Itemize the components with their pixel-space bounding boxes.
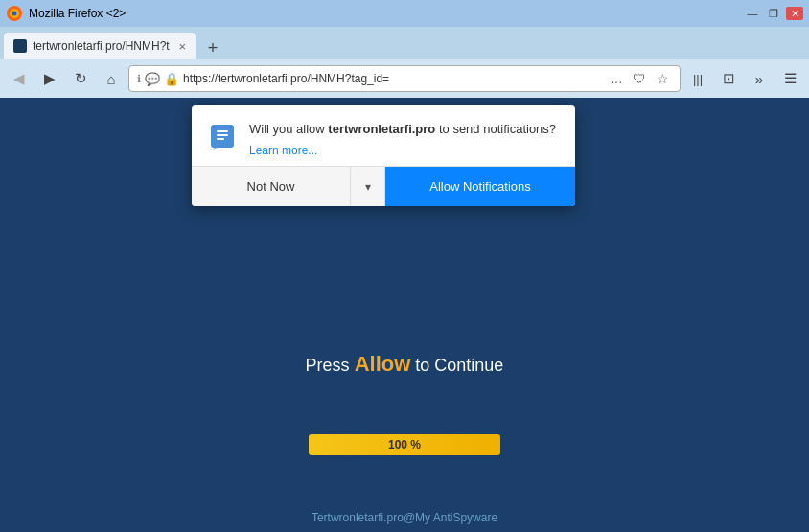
bookmarks-library-button[interactable]: ||| (684, 65, 711, 92)
press-word: Press (306, 356, 350, 375)
reload-button[interactable]: ↻ (67, 65, 94, 92)
more-tools-button[interactable]: » (746, 65, 773, 92)
not-now-button[interactable]: Not Now (192, 167, 351, 206)
close-button[interactable]: ✕ (786, 7, 803, 20)
back-button[interactable]: ◀ (6, 65, 33, 92)
footer-text: Tertwronletarfi.pro@My AntiSpyware (312, 511, 497, 524)
popup-text-area: Will you allow tertwronletarfi.pro to se… (249, 121, 560, 158)
popup-domain: tertwronletarfi.pro (328, 122, 435, 136)
address-bar[interactable]: ℹ 💬 🔒 https://tertwronletarfi.pro/HNMH?t… (128, 65, 681, 92)
continue-word: to Continue (415, 356, 503, 375)
more-button[interactable]: … (607, 69, 626, 88)
svg-rect-5 (217, 134, 228, 136)
bookmark-button[interactable]: ☆ (653, 69, 672, 88)
popup-message: Will you allow tertwronletarfi.pro to se… (249, 121, 560, 138)
popup-msg-prefix: Will you allow (249, 122, 328, 136)
url-text: https://tertwronletarfi.pro/HNMH?tag_id= (183, 72, 607, 85)
title-bar-controls: — ❐ ✕ (744, 7, 803, 20)
restore-button[interactable]: ❐ (765, 7, 782, 20)
title-bar-left: Mozilla Firefox <2> (6, 5, 126, 22)
forward-button[interactable]: ▶ (36, 65, 63, 92)
chat-icon: 💬 (145, 72, 160, 86)
notification-popup: Will you allow tertwronletarfi.pro to se… (192, 105, 575, 206)
content-area: Press Allow to Continue 100 % Tertwronle… (0, 98, 809, 532)
not-now-dropdown-button[interactable]: ▾ (351, 167, 385, 206)
synced-tabs-button[interactable]: ⊡ (715, 65, 742, 92)
progress-bar-container: 100 % (309, 434, 500, 455)
title-bar: Mozilla Firefox <2> — ❐ ✕ (0, 0, 809, 27)
svg-rect-4 (217, 130, 228, 132)
notification-icon (207, 121, 238, 151)
tab-close-button[interactable]: × (178, 39, 186, 54)
title-bar-title: Mozilla Firefox <2> (29, 7, 126, 20)
address-right-icons: … 🛡 ☆ (607, 69, 672, 88)
press-allow-text: Press Allow to Continue (306, 352, 504, 377)
svg-point-2 (12, 12, 17, 16)
browser-tab[interactable]: tertwronletarfi.pro/HNMH?t × (4, 33, 196, 59)
menu-button[interactable]: ☰ (776, 65, 803, 92)
allow-notifications-button[interactable]: Allow Notifications (385, 167, 575, 206)
tab-favicon (13, 39, 27, 53)
svg-rect-6 (217, 138, 224, 140)
allow-word: Allow (355, 352, 411, 376)
info-icon: ℹ (137, 73, 141, 85)
popup-actions: Not Now ▾ Allow Notifications (192, 166, 575, 206)
lock-icon: 🔒 (164, 72, 179, 86)
tab-bar: tertwronletarfi.pro/HNMH?t × + (0, 27, 809, 59)
learn-more-link[interactable]: Learn more... (249, 144, 317, 157)
home-button[interactable]: ⌂ (98, 65, 125, 92)
progress-bar-fill: 100 % (309, 434, 500, 455)
minimize-button[interactable]: — (744, 7, 761, 20)
popup-msg-suffix: to send notifications? (435, 122, 556, 136)
firefox-icon (6, 5, 23, 22)
shield-button[interactable]: 🛡 (630, 69, 649, 88)
new-tab-button[interactable]: + (199, 36, 226, 59)
progress-text: 100 % (388, 438, 421, 451)
tab-label: tertwronletarfi.pro/HNMH?t (33, 39, 173, 53)
popup-body: Will you allow tertwronletarfi.pro to se… (192, 105, 575, 166)
nav-bar: ◀ ▶ ↻ ⌂ ℹ 💬 🔒 https://tertwronletarfi.pr… (0, 59, 809, 98)
